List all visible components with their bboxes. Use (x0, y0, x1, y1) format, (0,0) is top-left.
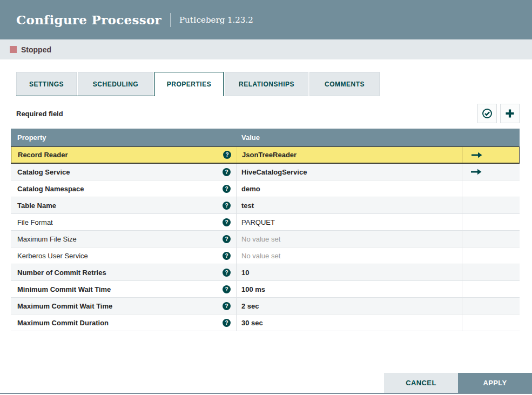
tab-scheduling[interactable]: SCHEDULING (78, 72, 153, 96)
property-value-cell[interactable]: No value set (237, 247, 462, 264)
dialog-bottom-edge (0, 393, 532, 394)
property-name-cell: Catalog Service ? (11, 164, 237, 180)
plus-icon (504, 108, 515, 119)
tab-label: COMMENTS (325, 81, 365, 88)
property-name-cell: Number of Commit Retries ? (11, 264, 237, 280)
property-value: 30 sec (241, 319, 263, 327)
property-value: 10 (241, 269, 249, 277)
apply-button[interactable]: APPLY (458, 373, 532, 393)
property-value-cell[interactable]: JsonTreeReader (237, 147, 463, 163)
help-question-icon[interactable]: ? (223, 202, 231, 210)
property-row[interactable]: Maximum Commit Duration ? 30 sec (11, 314, 520, 331)
add-property-button[interactable] (500, 104, 520, 123)
tab-label: RELATIONSHIPS (239, 81, 294, 88)
property-row[interactable]: Maximum File Size ? No value set (11, 231, 520, 247)
property-name-cell: Minimum Commit Wait Time ? (11, 281, 237, 297)
property-value: demo (241, 185, 260, 193)
property-value: test (241, 202, 254, 210)
property-row[interactable]: Number of Commit Retries ? 10 (11, 264, 520, 281)
property-value-cell[interactable]: 2 sec (237, 298, 462, 314)
property-value-cell[interactable]: 100 ms (237, 281, 462, 297)
tab-label: SETTINGS (29, 81, 64, 88)
property-value-cell[interactable]: demo (237, 180, 462, 197)
property-name-cell: File Format ? (11, 214, 237, 230)
property-row[interactable]: Catalog Namespace ? demo (11, 180, 520, 197)
property-value-cell[interactable]: test (237, 197, 462, 213)
property-name: Catalog Service (17, 168, 70, 176)
goto-cell (463, 147, 519, 163)
cancel-button[interactable]: CANCEL (384, 373, 458, 393)
property-name-cell: Maximum Commit Wait Time ? (11, 298, 237, 314)
column-header-property: Property (11, 133, 237, 142)
title-separator (170, 13, 171, 27)
property-row[interactable]: File Format ? PARQUET (11, 214, 520, 231)
tab-bar: SETTINGS SCHEDULING PROPERTIES RELATIONS… (16, 72, 516, 96)
properties-toolbar: Required field (16, 104, 520, 123)
help-question-icon[interactable]: ? (223, 168, 231, 176)
toolbar-buttons (474, 104, 520, 123)
column-header-value: Value (237, 133, 462, 142)
dialog-footer: CANCEL APPLY (384, 373, 532, 393)
help-question-icon[interactable]: ? (223, 252, 231, 260)
status-bar: Stopped (0, 39, 532, 59)
property-name-cell: Kerberos User Service ? (11, 247, 237, 264)
tab-relationships[interactable]: RELATIONSHIPS (225, 72, 308, 96)
processor-type-version: PutIceberg 1.23.2 (179, 15, 253, 25)
help-question-icon[interactable]: ? (223, 319, 231, 327)
property-table: Property Value Record Reader ? JsonTreeR… (11, 129, 520, 331)
stopped-icon (10, 46, 17, 53)
goto-service-arrow-icon[interactable] (470, 169, 483, 175)
property-value-cell[interactable]: 10 (237, 264, 462, 280)
property-value-cell[interactable]: PARQUET (237, 214, 462, 230)
help-question-icon[interactable]: ? (223, 185, 231, 193)
help-question-icon[interactable]: ? (223, 151, 231, 159)
goto-cell (462, 164, 520, 180)
property-name: Record Reader (18, 151, 68, 159)
goto-cell (462, 314, 520, 331)
help-question-icon[interactable]: ? (223, 302, 231, 310)
property-value-cell[interactable]: No value set (237, 231, 462, 247)
property-value: PARQUET (241, 218, 275, 226)
help-question-icon[interactable]: ? (223, 235, 231, 243)
required-field-note: Required field (16, 110, 63, 118)
property-row[interactable]: Minimum Commit Wait Time ? 100 ms (11, 281, 520, 298)
property-name: Minimum Commit Wait Time (17, 285, 111, 293)
circle-check-icon (482, 108, 493, 119)
property-row[interactable]: Table Name ? test (11, 197, 520, 214)
property-row[interactable]: Kerberos User Service ? No value set (11, 247, 520, 264)
property-name-cell: Table Name ? (11, 197, 237, 213)
property-name-cell: Maximum File Size ? (11, 231, 237, 247)
goto-service-arrow-icon[interactable] (470, 152, 483, 158)
property-table-header: Property Value (11, 129, 520, 146)
property-value: 2 sec (241, 302, 259, 310)
property-value: HiveCatalogService (241, 168, 307, 176)
property-row[interactable]: Maximum Commit Wait Time ? 2 sec (11, 298, 520, 314)
property-row[interactable]: Catalog Service ? HiveCatalogService (11, 164, 520, 180)
tab-properties[interactable]: PROPERTIES (154, 72, 224, 96)
status-label: Stopped (21, 45, 51, 54)
help-question-icon[interactable]: ? (223, 218, 231, 226)
property-name: File Format (17, 218, 53, 226)
property-value: 100 ms (241, 285, 265, 293)
dialog-title: Configure Processor (16, 12, 161, 27)
property-name: Kerberos User Service (17, 252, 88, 260)
goto-cell (462, 298, 520, 314)
property-name: Maximum File Size (17, 235, 77, 243)
verify-properties-button[interactable] (477, 104, 497, 123)
property-value: No value set (241, 252, 280, 260)
help-question-icon[interactable]: ? (223, 269, 231, 277)
goto-cell (462, 180, 520, 197)
property-row[interactable]: Record Reader ? JsonTreeReader (11, 146, 520, 164)
help-question-icon[interactable]: ? (223, 285, 231, 293)
tab-comments[interactable]: COMMENTS (309, 72, 380, 96)
dialog-header: Configure Processor PutIceberg 1.23.2 (0, 0, 532, 39)
property-value-cell[interactable]: HiveCatalogService (237, 164, 462, 180)
tab-settings[interactable]: SETTINGS (16, 72, 77, 96)
property-name: Number of Commit Retries (17, 269, 106, 277)
property-name: Table Name (17, 202, 56, 210)
goto-cell (462, 197, 520, 213)
goto-cell (462, 231, 520, 247)
tab-label: PROPERTIES (167, 81, 211, 88)
property-name: Maximum Commit Wait Time (17, 302, 112, 310)
property-value-cell[interactable]: 30 sec (237, 314, 462, 331)
